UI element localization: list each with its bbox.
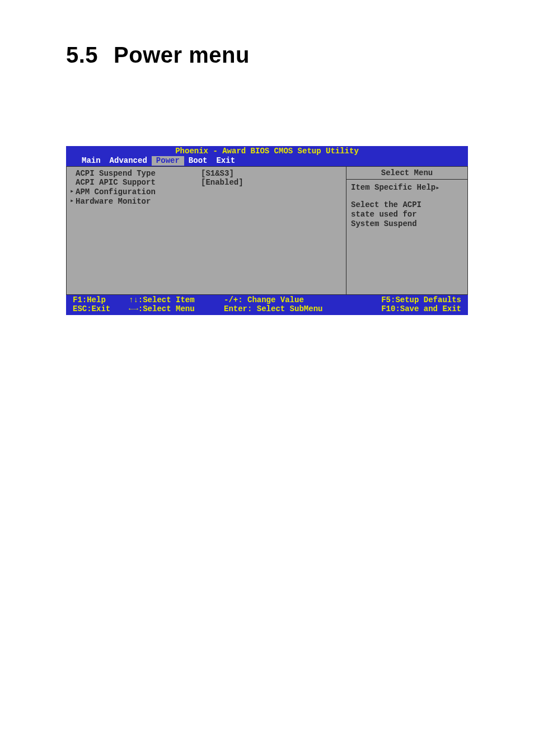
page: 5.5Power menu Phoenix - Award BIOS CMOS … xyxy=(0,0,534,315)
help-description: Select the ACPI state used for System Su… xyxy=(351,200,463,228)
help-desc-line: System Suspend xyxy=(351,219,463,229)
help-desc-line: state used for xyxy=(351,210,463,219)
footer-key-defaults: F5:Setup Defaults xyxy=(349,295,461,305)
setting-row-submenu[interactable]: APM Configuration xyxy=(76,187,337,197)
setting-label: APM Configuration xyxy=(76,187,201,197)
setting-row[interactable]: ACPI Suspend Type [S1&S3] xyxy=(76,169,337,179)
setting-row[interactable]: ACPI APIC Support [Enabled] xyxy=(76,178,337,187)
menu-tab-main[interactable]: Main xyxy=(77,156,105,166)
footer-key-select-item: ↑↓:Select Item xyxy=(129,295,224,305)
bios-title-bar: Phoenix - Award BIOS CMOS Setup Utility xyxy=(66,146,468,156)
section-number: 5.5 xyxy=(66,43,98,67)
footer-key-exit: ESC:Exit xyxy=(73,304,129,314)
setting-value: [Enabled] xyxy=(201,178,243,187)
menu-tab-exit[interactable]: Exit xyxy=(212,156,240,166)
bios-left-pane: ACPI Suspend Type [S1&S3] ACPI APIC Supp… xyxy=(66,166,346,295)
setting-row-submenu[interactable]: Hardware Monitor xyxy=(76,197,337,206)
help-pane-title: Select Menu xyxy=(346,167,467,180)
footer-key-help: F1:Help xyxy=(73,295,129,305)
footer-key-save: F10:Save and Exit xyxy=(349,304,461,314)
setting-label: ACPI APIC Support xyxy=(76,178,201,187)
footer-key-change: -/+: Change Value xyxy=(224,295,349,305)
section-title: Power menu xyxy=(114,43,250,67)
help-desc-line: Select the ACPI xyxy=(351,200,463,210)
setting-label: Hardware Monitor xyxy=(76,197,201,206)
menu-tab-boot[interactable]: Boot xyxy=(184,156,212,166)
footer-key-select-submenu: Enter: Select SubMenu xyxy=(224,304,349,314)
section-heading: 5.5Power menu xyxy=(66,43,468,68)
footer-key-select-menu: ←→:Select Menu xyxy=(129,304,224,314)
setting-value: [S1&S3] xyxy=(201,169,234,179)
bios-screenshot: Phoenix - Award BIOS CMOS Setup Utility … xyxy=(66,146,468,315)
bios-menu-bar: Main Advanced Power Boot Exit xyxy=(66,156,468,166)
menu-tab-power[interactable]: Power xyxy=(152,156,184,166)
bios-help-pane: Select Menu Item Specific Help Select th… xyxy=(346,166,468,295)
help-item-specific: Item Specific Help xyxy=(351,183,463,192)
menu-tab-advanced[interactable]: Advanced xyxy=(105,156,152,166)
bios-footer: F1:Help ↑↓:Select Item -/+: Change Value… xyxy=(66,295,468,316)
footer-row: ESC:Exit ←→:Select Menu Enter: Select Su… xyxy=(73,304,461,314)
setting-label: ACPI Suspend Type xyxy=(76,169,201,179)
help-pane-body: Item Specific Help Select the ACPI state… xyxy=(346,180,467,232)
bios-body: ACPI Suspend Type [S1&S3] ACPI APIC Supp… xyxy=(66,166,468,295)
footer-row: F1:Help ↑↓:Select Item -/+: Change Value… xyxy=(73,295,461,305)
